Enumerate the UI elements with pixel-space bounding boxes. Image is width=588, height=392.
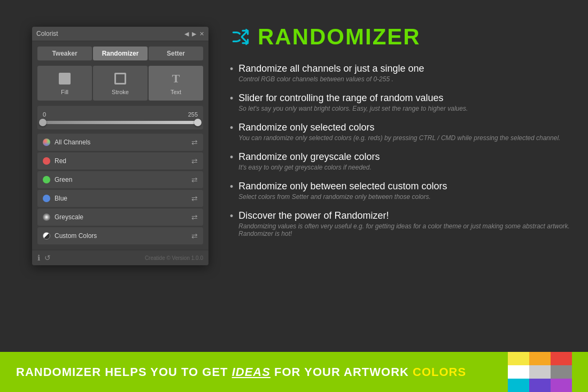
feature-title-3: Randomize only selected colors — [238, 122, 560, 133]
slider-track[interactable] — [43, 121, 198, 124]
custom-colors-label: Custom Colors — [55, 232, 187, 240]
tab-bar: Tweaker Randomizer Setter — [37, 47, 203, 60]
custom-dot — [43, 232, 50, 240]
slider-labels: 0 255 — [43, 111, 198, 118]
mode-stroke[interactable]: Stroke — [93, 66, 148, 101]
channel-blue[interactable]: Blue ⇄ — [37, 190, 203, 207]
titlebar: Colorist ◀ ▶ ✕ — [32, 27, 208, 41]
page-title: RANDOMIZER — [258, 24, 421, 50]
blue-dot — [43, 195, 50, 202]
red-dot — [43, 157, 50, 165]
footer-icons: ℹ ↺ — [37, 253, 51, 262]
fill-icon-container — [57, 71, 72, 86]
swatch-6 — [551, 365, 572, 379]
green-shuffle-icon[interactable]: ⇄ — [191, 175, 198, 184]
slider-thumb-left[interactable] — [39, 119, 47, 126]
channel-custom-colors[interactable]: Custom Colors ⇄ — [37, 227, 203, 244]
swatch-1 — [508, 352, 529, 365]
blue-label: Blue — [55, 195, 187, 202]
feature-text-6: Discover the power of Randomizer! Random… — [238, 210, 577, 237]
bullet-3: • — [230, 122, 233, 134]
bullet-4: • — [230, 151, 233, 164]
bottom-text: RANDOMIZER HELPS YOU TO GET IDEAS FOR YO… — [16, 365, 508, 379]
green-label: Green — [55, 176, 187, 183]
green-dot — [43, 176, 50, 183]
window-body: Tweaker Randomizer Setter Fill — [32, 41, 208, 250]
tab-randomizer[interactable]: Randomizer — [93, 47, 148, 60]
grey-dot — [43, 213, 50, 221]
feature-desc-6: Randomizing values is often very useful … — [238, 222, 577, 237]
slider-thumb-right[interactable] — [194, 119, 202, 126]
next-btn[interactable]: ▶ — [192, 30, 196, 37]
bullet-5: • — [230, 181, 233, 193]
tab-tweaker[interactable]: Tweaker — [37, 47, 92, 60]
feature-item-5: • Randomize only between selected custom… — [230, 181, 577, 201]
feature-title-4: Randomize only greyscale colors — [238, 151, 380, 163]
red-shuffle-icon[interactable]: ⇄ — [191, 157, 198, 165]
custom-colors-shuffle-icon[interactable]: ⇄ — [191, 232, 198, 240]
feature-item-3: • Randomize only selected colors You can… — [230, 122, 577, 142]
channel-green[interactable]: Green ⇄ — [37, 171, 203, 188]
feature-title-2: Slider for controlling the range of rand… — [238, 93, 468, 104]
feature-desc-1: Control RGB color channels between value… — [238, 75, 424, 83]
colorist-window: Colorist ◀ ▶ ✕ Tweaker Randomizer Setter — [32, 27, 208, 265]
prev-btn[interactable]: ◀ — [184, 30, 189, 37]
all-channels-shuffle-icon[interactable]: ⇄ — [191, 138, 198, 147]
mode-fill[interactable]: Fill — [37, 66, 92, 101]
swatch-5 — [529, 365, 551, 379]
text-label: Text — [171, 89, 181, 95]
range-slider-section: 0 255 — [37, 106, 203, 129]
swatch-3 — [551, 352, 572, 365]
feature-text-1: Randomize all channels or just a single … — [238, 63, 424, 83]
swatch-9 — [551, 379, 572, 392]
feature-desc-4: It's easy to only get greyscale colors i… — [238, 164, 380, 171]
tab-setter[interactable]: Setter — [149, 47, 203, 60]
panel-area: Colorist ◀ ▶ ✕ Tweaker Randomizer Setter — [32, 27, 208, 265]
bottom-middle: HELPS YOU TO GET — [101, 365, 232, 379]
channel-red[interactable]: Red ⇄ — [37, 152, 203, 170]
channel-rows: All Channels ⇄ Red ⇄ Green ⇄ Blue ⇄ — [37, 134, 203, 244]
slider-max-label: 255 — [188, 111, 198, 118]
feature-desc-3: You can randomize only selected colors (… — [238, 134, 560, 142]
red-label: Red — [55, 157, 187, 165]
swatch-8 — [529, 379, 551, 392]
stroke-square-icon — [114, 73, 126, 84]
feature-item-4: • Randomize only greyscale colors It's e… — [230, 151, 577, 171]
stroke-icon-container — [113, 71, 128, 86]
bottom-randomizer: RANDOMIZER — [16, 365, 101, 379]
window-controls: ◀ ▶ ✕ — [184, 30, 204, 37]
bullet-6: • — [230, 210, 233, 222]
shuffle-large-icon — [230, 27, 251, 47]
bottom-bar: RANDOMIZER HELPS YOU TO GET IDEAS FOR YO… — [0, 352, 588, 392]
greyscale-label: Greyscale — [55, 213, 187, 221]
info-icon[interactable]: ℹ — [37, 253, 40, 262]
randomizer-title: RANDOMIZER — [230, 24, 577, 50]
mode-text[interactable]: T Text — [149, 66, 203, 101]
feature-desc-2: So let's say you only want bright colors… — [238, 105, 468, 112]
feature-title-5: Randomize only between selected custom c… — [238, 181, 447, 192]
channel-greyscale[interactable]: Greyscale ⇄ — [37, 209, 203, 226]
greyscale-shuffle-icon[interactable]: ⇄ — [191, 213, 198, 221]
stroke-label: Stroke — [112, 89, 129, 95]
reset-icon[interactable]: ↺ — [44, 253, 51, 262]
feature-item-6: • Discover the power of Randomizer! Rand… — [230, 210, 577, 237]
text-icon: T — [172, 72, 180, 86]
close-btn[interactable]: ✕ — [199, 30, 204, 37]
content-area: RANDOMIZER • Randomize all channels or j… — [230, 24, 577, 349]
channel-all-channels[interactable]: All Channels ⇄ — [37, 134, 203, 151]
swatch-4 — [508, 365, 529, 379]
all-channels-label: All Channels — [55, 139, 187, 146]
bullet-2: • — [230, 93, 233, 105]
bottom-suffix: FOR YOUR ARTWORK — [270, 365, 413, 379]
blue-shuffle-icon[interactable]: ⇄ — [191, 194, 198, 203]
feature-text-3: Randomize only selected colors You can r… — [238, 122, 560, 142]
footer-version: Creatide © Version 1.0.0 — [145, 255, 203, 261]
mode-buttons: Fill Stroke T Text — [37, 66, 203, 101]
window-title: Colorist — [36, 30, 58, 37]
feature-text-5: Randomize only between selected custom c… — [238, 181, 447, 201]
swatch-7 — [508, 379, 529, 392]
feature-title-6: Discover the power of Randomizer! — [238, 210, 577, 221]
feature-list: • Randomize all channels or just a singl… — [230, 63, 577, 237]
all-channels-dot — [43, 139, 50, 146]
feature-item-1: • Randomize all channels or just a singl… — [230, 63, 577, 83]
